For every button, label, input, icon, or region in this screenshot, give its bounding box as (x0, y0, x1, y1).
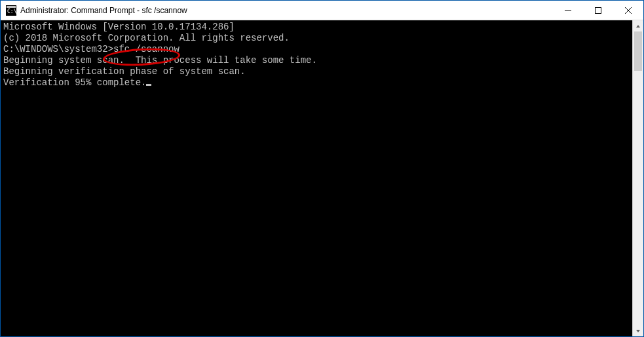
output-line: Microsoft Windows [Version 10.0.17134.28… (3, 22, 630, 33)
window-controls (553, 1, 643, 20)
terminal-output[interactable]: Microsoft Windows [Version 10.0.17134.28… (1, 20, 632, 336)
scroll-down-icon[interactable] (633, 325, 643, 336)
svg-rect-4 (596, 7, 601, 13)
window-titlebar: C:\ Administrator: Command Prompt - sfc … (1, 1, 643, 20)
svg-marker-8 (636, 330, 640, 332)
window-title: Administrator: Command Prompt - sfc /sca… (20, 6, 553, 15)
vertical-scrollbar[interactable] (632, 20, 643, 336)
prompt-line: C:\WINDOWS\system32>sfc /scannow (3, 44, 630, 55)
output-line: Beginning system scan. This process will… (3, 55, 630, 66)
prompt-text: C:\WINDOWS\system32> (3, 44, 113, 54)
command-text: sfc /scannow (113, 44, 180, 54)
svg-marker-7 (636, 25, 640, 28)
svg-rect-1 (7, 6, 16, 8)
scrollbar-thumb[interactable] (634, 31, 642, 71)
minimize-button[interactable] (553, 1, 583, 20)
output-line: Verification 95% complete. (3, 77, 630, 89)
svg-text:C:\: C:\ (7, 9, 16, 14)
cursor-icon (146, 84, 151, 86)
terminal-container: Microsoft Windows [Version 10.0.17134.28… (1, 20, 643, 336)
close-button[interactable] (613, 1, 643, 20)
progress-text: Verification 95% complete. (3, 77, 146, 88)
maximize-button[interactable] (583, 1, 613, 20)
cmd-icon: C:\ (6, 5, 16, 16)
scroll-up-icon[interactable] (633, 20, 643, 31)
output-line: (c) 2018 Microsoft Corporation. All righ… (3, 33, 630, 44)
output-line: Beginning verification phase of system s… (3, 66, 630, 77)
